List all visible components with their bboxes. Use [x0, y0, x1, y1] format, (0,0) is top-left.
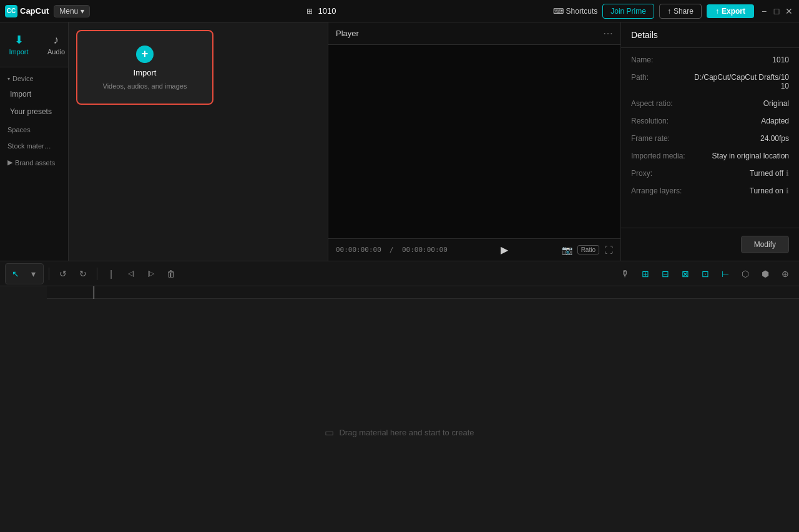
details-title: Details — [631, 30, 658, 40]
maximize-button[interactable]: □ — [772, 6, 782, 16]
logo-text: CapCut — [20, 6, 49, 16]
detail-row-framerate: Frame rate: 24.00fps — [631, 134, 789, 143]
device-arrow-icon: ▾ — [7, 76, 10, 82]
redo-button[interactable]: ↻ — [74, 265, 92, 283]
import-plus-icon: + — [136, 46, 154, 63]
timeline-track-area: ▭ Drag material here and start to create — [0, 299, 799, 532]
left-panel: ⬇ Import ♪ Audio T Text ★ Stickers ✦ Eff… — [0, 22, 69, 261]
detail-value-name: 1010 — [772, 56, 789, 64]
delete-tool[interactable]: 🗑 — [162, 265, 180, 283]
sidebar-brand-assets[interactable]: ▶ Brand assets — [2, 153, 66, 169]
sidebar-spaces[interactable]: Spaces — [2, 121, 66, 136]
main-area: ⬇ Import ♪ Audio T Text ★ Stickers ✦ Eff… — [0, 22, 799, 261]
tl-tool-5[interactable]: ⊢ — [717, 265, 734, 283]
fullscreen-button[interactable]: ⛶ — [604, 245, 613, 255]
detail-value-proxy-container: Turned off ℹ — [750, 169, 789, 178]
details-header: Details — [621, 22, 799, 48]
tl-tool-2[interactable]: ⊟ — [657, 265, 674, 283]
player-title: Player — [336, 29, 359, 38]
share-button[interactable]: ↑ Share — [659, 4, 702, 19]
detail-value-proxy: Turned off — [750, 169, 783, 178]
stock-label: Stock mater… — [7, 142, 51, 150]
detail-label-resolution: Resolution: — [631, 117, 687, 125]
export-icon: ↑ — [715, 7, 719, 16]
select-dropdown[interactable]: ▾ — [24, 265, 42, 283]
ratio-badge[interactable]: Ratio — [577, 245, 599, 254]
minimize-button[interactable]: − — [759, 6, 769, 16]
modify-button[interactable]: Modify — [741, 236, 789, 253]
tl-separator-2 — [97, 268, 97, 280]
detail-label-aspect: Aspect ratio: — [631, 99, 687, 108]
menu-button[interactable]: Menu ▾ — [54, 5, 90, 17]
select-tool[interactable]: ↖ — [7, 265, 24, 283]
proxy-info-icon[interactable]: ℹ — [786, 169, 789, 178]
keyboard-icon: ⌨ — [553, 7, 564, 16]
layout-icon[interactable]: ⊞ — [306, 7, 313, 16]
play-button[interactable]: ▶ — [501, 244, 508, 256]
detail-label-arrange-layers: Arrange layers: — [631, 186, 687, 195]
join-prime-button[interactable]: Join Prime — [602, 4, 654, 19]
sidebar-item-your-presets[interactable]: Your presets — [2, 104, 66, 120]
tl-tool-3[interactable]: ⊠ — [677, 265, 694, 283]
audio-icon: ♪ — [54, 34, 59, 46]
details-body: Name: 1010 Path: D:/CapCut/CapCut Drafts… — [621, 48, 799, 228]
shortcuts-label: Shortcuts — [566, 7, 598, 16]
zoom-tool[interactable]: ⊕ — [777, 265, 794, 283]
arrange-info-icon[interactable]: ℹ — [786, 186, 789, 195]
spaces-label: Spaces — [7, 126, 31, 133]
screenshot-button[interactable]: 📷 — [562, 245, 572, 255]
logo-icon: CC — [5, 5, 17, 17]
export-button[interactable]: ↑ Export — [707, 4, 754, 18]
brand-assets-arrow-icon: ▶ — [7, 158, 12, 167]
select-tool-group: ↖ ▾ — [5, 263, 44, 284]
detail-row-arrange-layers: Arrange layers: Turned on ℹ — [631, 186, 789, 195]
detail-value-aspect: Original — [763, 99, 789, 108]
detail-row-resolution: Resolution: Adapted — [631, 117, 789, 125]
tl-tool-4[interactable]: ⊡ — [697, 265, 714, 283]
menu-label: Menu — [59, 7, 78, 16]
player-header: Player ⋯ — [328, 22, 620, 45]
trim-right-tool[interactable]: |▷ — [142, 265, 160, 283]
sidebar-stock[interactable]: Stock mater… — [2, 137, 66, 152]
detail-label-imported-media: Imported media: — [631, 152, 687, 160]
player-menu-icon[interactable]: ⋯ — [603, 27, 613, 39]
close-button[interactable]: ✕ — [784, 6, 794, 16]
player-right-controls: 📷 Ratio ⛶ — [562, 245, 613, 255]
import-card[interactable]: + Import Videos, audios, and images — [76, 30, 213, 105]
menu-chevron-icon: ▾ — [81, 7, 84, 16]
toolbar-label-audio: Audio — [47, 48, 65, 56]
detail-value-framerate: 24.00fps — [760, 134, 789, 143]
detail-value-arrange-container: Turned on ℹ — [750, 186, 789, 195]
tl-tool-1[interactable]: ⊞ — [637, 265, 654, 283]
sidebar-item-import[interactable]: Import — [2, 86, 66, 102]
titlebar-right: ⌨ Shortcuts Join Prime ↑ Share ↑ Export … — [553, 4, 794, 19]
detail-label-framerate: Frame rate: — [631, 134, 687, 143]
device-group[interactable]: ▾ Device — [2, 72, 66, 85]
brand-assets-label: Brand assets — [15, 159, 55, 167]
content-area: + Import Videos, audios, and images — [69, 22, 328, 261]
timeline-toolbar: ↖ ▾ ↺ ↻ | ◁| |▷ 🗑 🎙 ⊞ ⊟ ⊠ ⊡ ⊢ ⬡ ⬢ ⊕ — [0, 261, 799, 286]
toolbar-item-import[interactable]: ⬇ Import — [0, 25, 37, 64]
player-panel: Player ⋯ 00:00:00:00 / 00:00:00:00 ▶ 📷 R… — [328, 22, 621, 261]
tl-tool-6[interactable]: ⬡ — [737, 265, 754, 283]
toolbar-item-audio[interactable]: ♪ Audio — [37, 25, 68, 64]
toolbar: ⬇ Import ♪ Audio T Text ★ Stickers ✦ Eff… — [0, 22, 68, 67]
shortcuts-button[interactable]: ⌨ Shortcuts — [553, 7, 598, 16]
app-logo: CC CapCut — [5, 5, 49, 17]
trim-left-tool[interactable]: ◁| — [122, 265, 140, 283]
undo-button[interactable]: ↺ — [54, 265, 72, 283]
import-icon: ⬇ — [14, 34, 24, 46]
join-prime-label: Join Prime — [610, 7, 646, 16]
titlebar-left: CC CapCut Menu ▾ — [5, 5, 90, 17]
detail-value-imported-media: Stay in original location — [712, 152, 789, 160]
audio-tool[interactable]: 🎙 — [617, 265, 634, 283]
toolbar-label-import: Import — [9, 48, 28, 56]
details-panel: Details Name: 1010 Path: D:/CapCut/CapCu… — [621, 22, 799, 261]
player-viewport — [328, 45, 620, 238]
detail-value-path: D:/CapCut/CapCut Drafts/1010 — [692, 73, 789, 90]
drag-icon: ▭ — [325, 427, 334, 438]
split-tool[interactable]: | — [102, 265, 120, 283]
tl-tool-7[interactable]: ⬢ — [757, 265, 774, 283]
detail-label-proxy: Proxy: — [631, 169, 687, 178]
player-time-current: 00:00:00:00 / 00:00:00:00 — [336, 246, 448, 254]
